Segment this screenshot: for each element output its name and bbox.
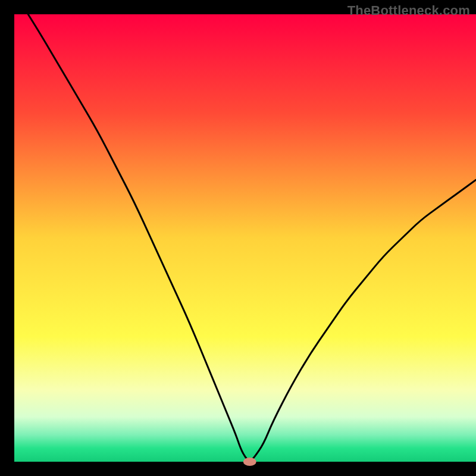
plot-background	[14, 14, 476, 462]
watermark-label: TheBottleneck.com	[347, 3, 470, 18]
minimum-marker	[243, 458, 256, 466]
chart-container: TheBottleneck.com	[0, 0, 476, 476]
bottleneck-chart	[0, 0, 476, 476]
